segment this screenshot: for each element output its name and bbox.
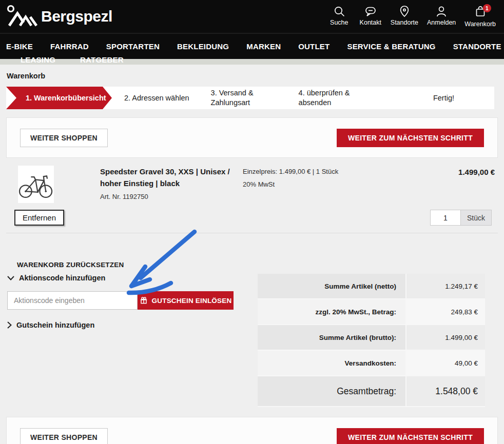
tax-line: 20% MwSt <box>243 180 366 188</box>
bike-image-icon <box>18 167 54 203</box>
add-promo-code-toggle[interactable]: Aktionscode hinzufügen <box>7 274 247 282</box>
promo-code-input[interactable] <box>7 291 138 310</box>
nav-item-marken[interactable]: MARKEN <box>246 42 281 51</box>
user-icon <box>435 5 448 17</box>
header-icon-label: Suche <box>330 19 348 26</box>
add-voucher-toggle[interactable]: Gutschein hinzufügen <box>7 321 247 329</box>
promo-code-form: GUTSCHEIN EINLÖSEN <box>7 291 247 310</box>
product-price-details: Einzelpreis: 1.499,00 € | 1 Stück 20% Mw… <box>243 166 366 203</box>
locations-button[interactable]: Standorte <box>391 5 418 28</box>
bottom-actions-card: WEITER SHOPPEN WEITER ZUM NÄCHSTEN SCHRI… <box>6 417 498 444</box>
step-cart-overview[interactable]: 1. Warenkorbübersicht <box>6 87 112 109</box>
cart-item-row: Speedster Gravel 30, XXS | Unisex / hohe… <box>6 158 498 203</box>
reset-cart-link[interactable]: WARENKORB ZURÜCKSETZEN <box>17 261 124 269</box>
product-article-number: Art. Nr. 1192750 <box>100 193 235 200</box>
gift-icon <box>140 296 148 305</box>
nav-item-ratgeber[interactable]: RATGEBER <box>80 55 124 64</box>
step-review-submit[interactable]: 4. überprüfen & absenden <box>299 88 356 108</box>
summary-value: 1.249,17 € <box>405 274 485 298</box>
top-actions-card: WEITER SHOPPEN WEITER ZUM NÄCHSTEN SCHRI… <box>6 117 498 158</box>
header-icon-nav: Suche Kontakt Standorte Anmelden <box>328 5 496 28</box>
site-header: Bergspezl Suche Kontakt Standorte <box>0 0 504 33</box>
summary-row-netto: Summe Artikel (netto) 1.249,17 € <box>258 274 485 299</box>
header-icon-label: Standorte <box>391 19 418 26</box>
cart-button[interactable]: 1 Warenkorb <box>464 5 496 28</box>
nav-item-bekleidung[interactable]: BEKLEIDUNG <box>177 42 229 51</box>
continue-shopping-button-bottom[interactable]: WEITER SHOPPEN <box>20 428 108 444</box>
summary-label: Versandkosten: <box>258 351 405 375</box>
add-voucher-label: Gutschein hinzufügen <box>16 321 94 329</box>
summary-row-shipping: Versandkosten: 49,00 € <box>258 351 485 376</box>
search-icon <box>333 5 345 17</box>
map-pin-icon <box>398 5 411 17</box>
cart-lower-section: WARENKORB ZURÜCKSETZEN Aktionscode hinzu… <box>6 233 498 407</box>
chat-bubble-icon <box>364 5 377 17</box>
product-info: Speedster Gravel 30, XXS | Unisex / hohe… <box>100 166 235 203</box>
cart-count-badge: 1 <box>483 4 491 12</box>
contact-button[interactable]: Kontakt <box>359 5 382 28</box>
nav-item-outlet[interactable]: OUTLET <box>298 42 329 51</box>
coupon-section: WARENKORB ZURÜCKSETZEN Aktionscode hinzu… <box>6 233 247 407</box>
redeem-voucher-label: GUTSCHEIN EINLÖSEN <box>152 297 232 305</box>
logo-mountains-icon <box>6 4 38 29</box>
checkout-steps: 1. Warenkorbübersicht 2. Adressen wählen… <box>6 87 494 109</box>
chevron-down-icon <box>7 276 14 280</box>
product-thumbnail[interactable] <box>18 166 54 203</box>
product-title[interactable]: Speedster Gravel 30, XXS | Unisex / hohe… <box>100 166 235 189</box>
login-button[interactable]: Anmelden <box>427 5 456 28</box>
summary-value: 1.548,00 € <box>405 376 485 406</box>
order-summary-table: Summe Artikel (netto) 1.249,17 € zzgl. 2… <box>258 274 485 407</box>
summary-value: 49,00 € <box>405 351 485 375</box>
nav-second-row: LEASING RATGEBER <box>21 55 124 64</box>
summary-row-brutto: Summe Artikel (brutto): 1.499,00 € <box>258 325 485 351</box>
next-step-button-bottom[interactable]: WEITER ZUM NÄCHSTEN SCHRITT <box>337 428 484 444</box>
summary-value: 249,83 € <box>405 299 485 324</box>
step-shipping-payment[interactable]: 3. Versand & Zahlungsart <box>211 88 259 108</box>
summary-row-grand-total: Gesamtbetrag: 1.548,00 € <box>258 376 485 407</box>
unit-price-line: Einzelpreis: 1.499,00 € | 1 Stück <box>243 168 366 175</box>
summary-row-tax: zzgl. 20% MwSt., Betrag: 249,83 € <box>258 299 485 325</box>
main-nav: E-BIKE FAHRRAD SPORTARTEN BEKLEIDUNG MAR… <box>0 33 504 59</box>
summary-label: zzgl. 20% MwSt., Betrag: <box>258 299 405 324</box>
quantity-input[interactable] <box>431 210 461 225</box>
summary-value: 1.499,00 € <box>405 325 485 350</box>
breadcrumb: Warenkorb <box>6 65 498 87</box>
summary-label: Summe Artikel (netto) <box>258 274 405 298</box>
summary-label: Summe Artikel (brutto): <box>258 325 405 350</box>
nav-item-fahrrad[interactable]: FAHRRAD <box>50 42 89 51</box>
step-addresses[interactable]: 2. Adressen wählen <box>124 93 189 103</box>
chevron-right-icon <box>7 321 12 329</box>
nav-item-service-beratung[interactable]: SERVICE & BERATUNG <box>347 42 435 51</box>
header-icon-label: Warenkorb <box>464 21 496 28</box>
cart-page: Warenkorb 1. Warenkorbübersicht 2. Adres… <box>0 65 504 444</box>
brand-logo[interactable]: Bergspezl <box>6 4 112 29</box>
quantity-unit-label: Stück <box>461 210 491 225</box>
add-promo-code-label: Aktionscode hinzufügen <box>19 274 105 282</box>
next-step-button[interactable]: WEITER ZUM NÄCHSTEN SCHRITT <box>337 129 484 147</box>
nav-item-sportarten[interactable]: SPORTARTEN <box>106 42 160 51</box>
remove-item-button[interactable]: Entfernen <box>14 210 64 226</box>
header-icon-label: Kontakt <box>360 19 381 26</box>
nav-item-ebike[interactable]: E-BIKE <box>6 42 33 51</box>
header-icon-label: Anmelden <box>427 19 456 26</box>
nav-item-standorte[interactable]: STANDORTE <box>453 42 501 51</box>
brand-name: Bergspezl <box>41 8 112 25</box>
search-button[interactable]: Suche <box>328 5 351 28</box>
item-controls-row: Entfernen Stück <box>6 203 498 226</box>
continue-shopping-button[interactable]: WEITER SHOPPEN <box>20 129 108 147</box>
quantity-group: Stück <box>430 210 492 226</box>
step-finished: Fertig! <box>433 93 454 103</box>
nav-item-leasing[interactable]: LEASING <box>21 55 55 64</box>
summary-label: Gesamtbetrag: <box>258 376 405 406</box>
line-item-total: 1.499,00 € <box>458 166 495 203</box>
redeem-voucher-button[interactable]: GUTSCHEIN EINLÖSEN <box>138 291 234 310</box>
